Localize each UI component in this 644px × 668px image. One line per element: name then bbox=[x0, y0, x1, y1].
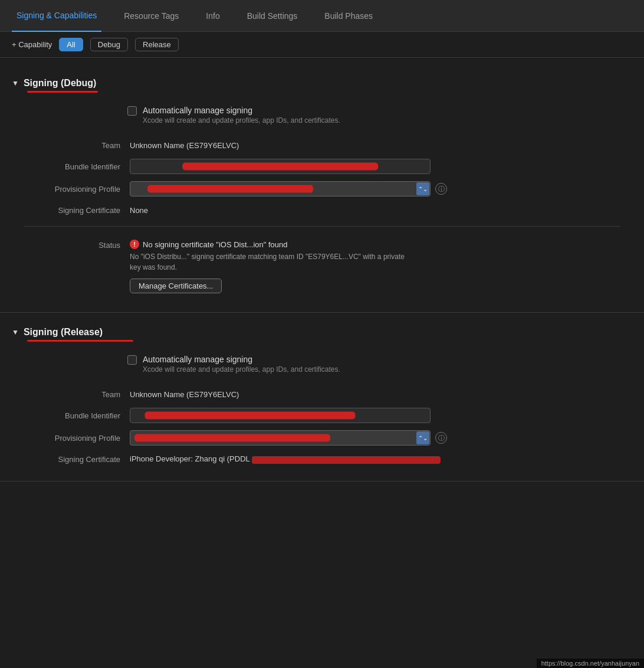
signing-debug-section: ▼ Signing (Debug) Automatically manage s… bbox=[0, 70, 644, 313]
filter-release-button[interactable]: Release bbox=[135, 38, 179, 51]
release-signing-cert-label: Signing Certificate bbox=[12, 455, 130, 464]
debug-team-row: Team Unknown Name (ES79Y6ELVC) bbox=[12, 135, 632, 155]
release-provisioning-info[interactable]: ⓘ bbox=[435, 432, 447, 444]
nav-build-phases[interactable]: Build Phases bbox=[320, 0, 377, 32]
release-section-title: Signing (Release) bbox=[24, 327, 103, 338]
debug-form-area: Team Unknown Name (ES79Y6ELVC) Bundle Id… bbox=[0, 130, 644, 300]
debug-team-value: Unknown Name (ES79Y6ELVC) bbox=[130, 141, 632, 150]
release-team-row: Team Unknown Name (ES79Y6ELVC) bbox=[12, 384, 632, 404]
nav-signing-capabilities[interactable]: Signing & Capabilities bbox=[12, 0, 101, 32]
debug-auto-manage-sublabel: Xcode will create and update profiles, a… bbox=[143, 116, 340, 125]
debug-redline bbox=[27, 91, 98, 93]
top-nav: Signing & Capabilities Resource Tags Inf… bbox=[0, 0, 644, 32]
debug-status-desc: No "iOS Distribu..." signing certificate… bbox=[130, 251, 413, 273]
release-bundle-label: Bundle Identifier bbox=[12, 411, 130, 420]
release-section-header: ▼ Signing (Release) bbox=[0, 319, 644, 340]
debug-error-icon: ! bbox=[130, 240, 139, 249]
main-content: ▼ Signing (Debug) Automatically manage s… bbox=[0, 58, 644, 499]
debug-auto-manage-row: Automatically manage signing Xcode will … bbox=[0, 97, 644, 130]
nav-info[interactable]: Info bbox=[201, 0, 224, 32]
debug-status-error-title: No signing certificate "iOS Dist...ion" … bbox=[143, 240, 288, 249]
filter-debug-button[interactable]: Debug bbox=[90, 38, 128, 51]
url-bar: https://blog.csdn.net/yanhaijunyan bbox=[537, 659, 644, 668]
release-prov-arrow[interactable]: ⌃⌄ bbox=[416, 431, 429, 444]
debug-provisioning-info[interactable]: ⓘ bbox=[435, 183, 447, 195]
release-auto-manage-label: Automatically manage signing bbox=[143, 355, 340, 364]
release-provisioning-label: Provisioning Profile bbox=[12, 434, 130, 443]
release-team-value: Unknown Name (ES79Y6ELVC) bbox=[130, 390, 632, 399]
release-signing-cert-row: Signing Certificate iPhone Developer: Zh… bbox=[12, 449, 632, 469]
release-signing-cert-redacted bbox=[252, 456, 441, 464]
release-auto-manage-row: Automatically manage signing Xcode will … bbox=[0, 346, 644, 379]
debug-section-header: ▼ Signing (Debug) bbox=[0, 70, 644, 91]
release-signing-cert-value: iPhone Developer: Zhang qi (PDDL bbox=[130, 454, 632, 463]
add-capability-button[interactable]: + Capability bbox=[12, 40, 52, 49]
debug-provisioning-dropdown-wrap: ⌃⌄ ⓘ bbox=[130, 181, 447, 197]
release-redline bbox=[27, 340, 133, 342]
release-provisioning-dropdown[interactable]: ⌃⌄ bbox=[130, 430, 431, 446]
debug-bundle-row: Bundle Identifier bbox=[12, 155, 632, 178]
debug-status-content: ! No signing certificate "iOS Dist...ion… bbox=[130, 240, 632, 293]
debug-bundle-input[interactable] bbox=[130, 159, 431, 174]
manage-certificates-button[interactable]: Manage Certificates... bbox=[130, 279, 222, 293]
release-auto-manage-checkbox[interactable] bbox=[127, 355, 137, 365]
release-provisioning-dropdown-wrap: ⌃⌄ ⓘ bbox=[130, 430, 447, 446]
nav-build-settings[interactable]: Build Settings bbox=[242, 0, 303, 32]
debug-provisioning-dropdown[interactable]: ⌃⌄ bbox=[130, 181, 431, 197]
debug-provisioning-label: Provisioning Profile bbox=[12, 185, 130, 194]
debug-bundle-label: Bundle Identifier bbox=[12, 162, 130, 171]
nav-resource-tags[interactable]: Resource Tags bbox=[119, 0, 183, 32]
collapse-triangle-debug[interactable]: ▼ bbox=[12, 79, 19, 87]
release-provisioning-row: Provisioning Profile ⌃⌄ ⓘ bbox=[12, 427, 632, 449]
release-auto-manage-sublabel: Xcode will create and update profiles, a… bbox=[143, 365, 340, 374]
debug-signing-cert-label: Signing Certificate bbox=[12, 206, 130, 215]
debug-section-title: Signing (Debug) bbox=[24, 78, 97, 89]
debug-status-label: Status bbox=[12, 240, 130, 250]
debug-status-row: Status ! No signing certificate "iOS Dis… bbox=[12, 233, 632, 300]
release-form-area: Team Unknown Name (ES79Y6ELVC) Bundle Id… bbox=[0, 379, 644, 469]
release-signing-cert-text: iPhone Developer: Zhang qi (PDDL bbox=[130, 454, 249, 463]
debug-status-line1: ! No signing certificate "iOS Dist...ion… bbox=[130, 240, 632, 249]
debug-provisioning-row: Provisioning Profile ⌃⌄ ⓘ bbox=[12, 178, 632, 200]
debug-auto-manage-checkbox[interactable] bbox=[127, 106, 137, 116]
debug-bundle-input-wrap bbox=[130, 159, 431, 174]
release-bundle-row: Bundle Identifier bbox=[12, 404, 632, 427]
filter-all-button[interactable]: All bbox=[59, 38, 83, 51]
release-bundle-input[interactable] bbox=[130, 408, 431, 423]
debug-team-label: Team bbox=[12, 141, 130, 150]
debug-prov-arrow[interactable]: ⌃⌄ bbox=[416, 182, 429, 195]
collapse-triangle-release[interactable]: ▼ bbox=[12, 328, 19, 336]
release-bundle-input-wrap bbox=[130, 408, 431, 423]
release-team-label: Team bbox=[12, 390, 130, 399]
debug-signing-cert-row: Signing Certificate None bbox=[12, 200, 632, 220]
debug-auto-manage-label: Automatically manage signing bbox=[143, 106, 340, 115]
sub-nav: + Capability All Debug Release bbox=[0, 32, 644, 58]
debug-signing-cert-value: None bbox=[130, 206, 632, 215]
signing-release-section: ▼ Signing (Release) Automatically manage… bbox=[0, 319, 644, 482]
